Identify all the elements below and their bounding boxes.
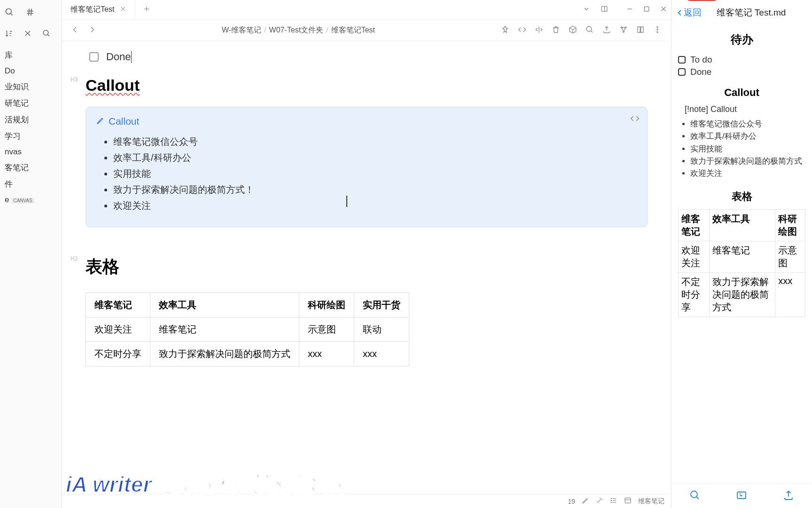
nav-forward-icon[interactable] bbox=[88, 26, 96, 35]
pin-icon[interactable] bbox=[501, 25, 509, 36]
collapse-icon[interactable] bbox=[23, 29, 32, 40]
callout-item: 致力于探索解决问题的极简方式！ bbox=[113, 182, 637, 198]
list-icon[interactable] bbox=[610, 497, 617, 506]
task-done[interactable]: Done bbox=[89, 51, 648, 63]
nav-item[interactable]: 研笔记 bbox=[0, 95, 62, 111]
callout-item: 欢迎关注 bbox=[113, 198, 637, 214]
pencil-icon bbox=[96, 116, 105, 127]
edit-icon[interactable] bbox=[582, 497, 589, 506]
breadcrumb[interactable]: W-维客笔记/W07-Test文件夹/维客笔记Test bbox=[104, 25, 492, 35]
svg-line-4 bbox=[29, 9, 30, 16]
callout-title: Callout bbox=[109, 116, 139, 127]
nav-item[interactable]: nvas bbox=[0, 144, 62, 159]
phone-task-1[interactable]: To do bbox=[678, 55, 805, 65]
close-tab-icon[interactable] bbox=[120, 6, 126, 14]
nav-list: 库Do业知识研笔记活规划学习nvas客笔记件eCANVAS bbox=[0, 43, 62, 211]
crumb-2[interactable]: W07-Test文件夹 bbox=[269, 26, 324, 34]
h2-marker: H2 bbox=[70, 255, 78, 262]
table-row[interactable]: 欢迎关注维客笔记示意图联动 bbox=[86, 318, 409, 342]
tab-title: 维客笔记Test bbox=[70, 5, 114, 15]
phone-list-item: 维客笔记微信公众号 bbox=[690, 118, 805, 130]
search-note-icon[interactable] bbox=[586, 25, 594, 36]
nav-item[interactable]: 客笔记 bbox=[0, 159, 62, 176]
heading-callout[interactable]: Callout bbox=[86, 76, 140, 95]
chevron-down-icon[interactable] bbox=[583, 5, 590, 15]
svg-rect-39 bbox=[737, 492, 746, 499]
crumb-3[interactable]: 维客笔记Test bbox=[331, 26, 375, 34]
main-table[interactable]: 维客笔记效率工具科研绘图实用干货 欢迎关注维客笔记示意图联动不定时分享致力于探索… bbox=[86, 293, 409, 366]
sidebar-tools bbox=[0, 23, 62, 43]
svg-point-27 bbox=[657, 29, 658, 30]
more-icon[interactable] bbox=[653, 25, 662, 36]
book-icon[interactable] bbox=[636, 25, 645, 36]
svg-point-0 bbox=[6, 9, 12, 15]
nav-item[interactable]: Do bbox=[0, 64, 62, 79]
phone-list: 维客笔记微信公众号效率工具/科研办公实用技能致力于探索解决问题的极简方式欢迎关注 bbox=[678, 118, 805, 180]
new-tab-button[interactable] bbox=[135, 5, 158, 15]
table-row[interactable]: 不定时分享致力于探索解决问题的极简方式xxxxxx bbox=[86, 342, 409, 366]
tool-icons bbox=[501, 25, 662, 36]
svg-line-1 bbox=[11, 14, 13, 16]
wand-icon[interactable] bbox=[596, 497, 603, 506]
phone-translate-icon[interactable] bbox=[736, 490, 747, 503]
phone-h-todo: 待办 bbox=[678, 32, 805, 47]
phone-task-2[interactable]: Done bbox=[678, 67, 805, 77]
svg-point-28 bbox=[657, 32, 658, 32]
nav-item[interactable]: 件 bbox=[0, 176, 62, 192]
phone-body[interactable]: 待办 To do Done Callout [!note] Callout 维客… bbox=[671, 25, 812, 484]
phone-list-item: 实用技能 bbox=[690, 143, 805, 155]
trash-icon[interactable] bbox=[552, 25, 560, 36]
vault-name[interactable]: 维客笔记 bbox=[638, 497, 664, 506]
phone-title: 维客笔记 Test.md bbox=[695, 7, 807, 19]
phone-table-body: 欢迎关注维客笔记示意图不定时分享致力于探索解决问题的极简方式xxx bbox=[679, 241, 805, 317]
svg-point-21 bbox=[586, 26, 592, 32]
callout-code-icon[interactable] bbox=[630, 114, 640, 125]
nav-item[interactable]: eCANVAS bbox=[0, 192, 62, 207]
text-cursor bbox=[346, 196, 347, 207]
maximize-icon[interactable] bbox=[643, 5, 650, 15]
phone-table-header: 维客笔记效率工具科研绘图 bbox=[679, 209, 805, 241]
nav-back-icon[interactable] bbox=[71, 26, 79, 35]
tag-icon[interactable] bbox=[25, 8, 35, 19]
heading-table[interactable]: 表格 bbox=[86, 255, 648, 278]
search-files-icon[interactable] bbox=[42, 29, 51, 40]
sort-icon[interactable] bbox=[5, 29, 13, 40]
tab-active[interactable]: 维客笔记Test bbox=[62, 0, 135, 19]
phone-search-icon[interactable] bbox=[689, 490, 701, 503]
package-icon[interactable] bbox=[569, 25, 577, 36]
table-header: 维客笔记 bbox=[86, 293, 150, 318]
tabbar-right bbox=[583, 5, 667, 15]
crumb-1[interactable]: W-维客笔记 bbox=[222, 26, 261, 34]
layout-icon[interactable] bbox=[624, 497, 632, 506]
code-icon[interactable] bbox=[518, 25, 526, 36]
split-icon[interactable] bbox=[535, 25, 543, 36]
sidebar-toggle-icon[interactable] bbox=[601, 5, 608, 15]
nav-item[interactable]: 库 bbox=[0, 47, 62, 64]
table-header: 实用干货 bbox=[354, 293, 409, 318]
nav-item[interactable]: 活规划 bbox=[0, 111, 62, 128]
main: 维客笔记Test W-维客笔记/W07-Test文件夹/维客笔记Test bbox=[62, 0, 671, 508]
svg-point-32 bbox=[611, 498, 611, 499]
graph-icon[interactable] bbox=[619, 25, 628, 36]
minimize-icon[interactable] bbox=[626, 5, 633, 15]
svg-line-5 bbox=[31, 9, 32, 16]
callout-block[interactable]: Callout 维客笔记微信公众号效率工具/科研办公实用技能致力于探索解决问题的… bbox=[86, 107, 648, 227]
task-checkbox[interactable] bbox=[89, 52, 99, 62]
toolbar: W-维客笔记/W07-Test文件夹/维客笔记Test bbox=[62, 20, 671, 41]
export-icon[interactable] bbox=[602, 25, 611, 36]
word-count[interactable]: 19 bbox=[568, 498, 575, 505]
phone-table: 维客笔记效率工具科研绘图 欢迎关注维客笔记示意图不定时分享致力于探索解决问题的极… bbox=[678, 209, 805, 317]
close-window-icon[interactable] bbox=[660, 5, 667, 15]
callout-item: 效率工具/科研办公 bbox=[113, 150, 637, 166]
svg-line-9 bbox=[47, 34, 49, 36]
phone-preview: 返回 维客笔记 Test.md 待办 To do Done Callout [!… bbox=[671, 0, 812, 508]
editor[interactable]: Done H3 Callout Callout 维客笔记微信公众号效率工具/科研… bbox=[62, 41, 671, 494]
callout-item: 维客笔记微信公众号 bbox=[113, 134, 637, 150]
nav-item[interactable]: 学习 bbox=[0, 128, 62, 144]
nav-item[interactable]: 业知识 bbox=[0, 79, 62, 95]
search-icon[interactable] bbox=[5, 8, 14, 19]
svg-line-38 bbox=[696, 497, 699, 499]
phone-share-icon[interactable] bbox=[783, 490, 794, 503]
callout-item: 实用技能 bbox=[113, 166, 637, 182]
statusbar: 19 维客笔记 bbox=[62, 494, 671, 508]
